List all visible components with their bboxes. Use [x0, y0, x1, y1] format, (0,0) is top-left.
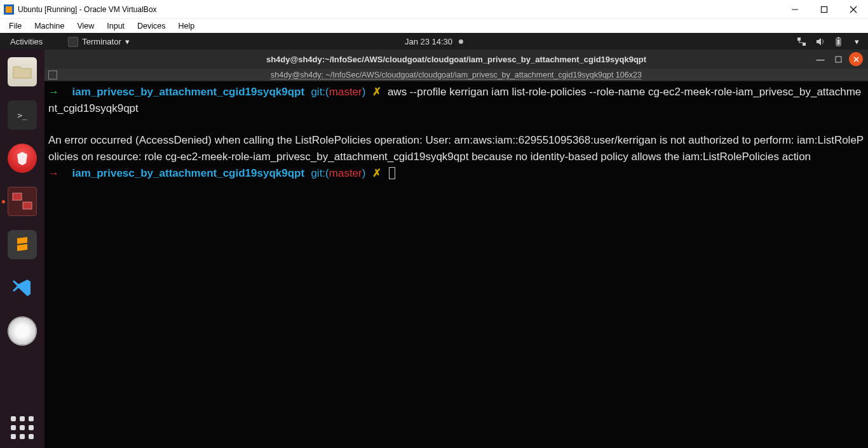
prompt-cwd: iam_privesc_by_attachment_cgid19syqk9qpt: [72, 167, 304, 179]
prompt-git-label: git:: [311, 86, 325, 98]
volume-icon: [815, 37, 825, 46]
battery-icon: [834, 37, 843, 46]
prompt-dirty-icon: ✗: [372, 167, 381, 179]
dock-sublime-text[interactable]: [8, 230, 37, 259]
prompt-branch: master: [329, 167, 362, 179]
clock[interactable]: Jan 23 14:30: [405, 37, 463, 46]
terminator-app-icon: [68, 37, 78, 47]
dock-terminal[interactable]: >_: [8, 100, 37, 130]
chevron-down-icon: ▾: [125, 37, 130, 46]
app-menu[interactable]: Terminator ▾: [68, 37, 129, 47]
dock-vscode[interactable]: [8, 273, 37, 302]
dock-brave-browser[interactable]: [8, 144, 37, 173]
cursor: [389, 167, 395, 179]
chevron-down-icon: ▾: [852, 37, 862, 46]
terminal-titlebar[interactable]: sh4dy@sh4dy:~/InfoSec/AWS/cloudgoat/clou…: [44, 50, 868, 69]
prompt-arrow: →: [48, 167, 59, 179]
svg-rect-13: [836, 57, 841, 62]
app-menu-label: Terminator: [82, 37, 121, 46]
window-close-button[interactable]: [849, 52, 863, 66]
prompt-branch: master: [329, 86, 362, 98]
terminal-body[interactable]: → iam_privesc_by_attachment_cgid19syqk9q…: [44, 81, 868, 448]
terminal-window-title: sh4dy@sh4dy:~/InfoSec/AWS/cloudgoat/clou…: [266, 55, 646, 64]
gnome-top-panel: Activities Terminator ▾ Jan 23 14:30 ▾: [0, 33, 868, 50]
window-maximize-button[interactable]: [831, 52, 845, 66]
svg-rect-11: [13, 193, 22, 200]
prompt-arrow: →: [48, 86, 59, 98]
split-pane-icon[interactable]: [48, 71, 57, 79]
prompt-cwd: iam_privesc_by_attachment_cgid19syqk9qpt: [72, 86, 304, 98]
terminator-window: sh4dy@sh4dy:~/InfoSec/AWS/cloudgoat/clou…: [44, 50, 868, 448]
system-status-area[interactable]: ▾: [797, 37, 862, 46]
workspace: >_ sh4dy@sh4dy:~/InfoSec/AWS/cloudgoat/c…: [0, 50, 868, 448]
network-icon: [797, 37, 806, 46]
host-window-title: Ubuntu [Running] - Oracle VM VirtualBox: [18, 5, 157, 14]
dock-disk[interactable]: [8, 316, 37, 346]
prompt-git-label: git:: [311, 167, 325, 179]
menu-machine[interactable]: Machine: [28, 20, 71, 32]
svg-rect-10: [837, 39, 840, 45]
svg-rect-9: [837, 37, 839, 39]
svg-rect-6: [797, 37, 801, 41]
menu-devices[interactable]: Devices: [131, 20, 172, 32]
clock-label: Jan 23 14:30: [405, 37, 452, 46]
host-window-titlebar: Ubuntu [Running] - Oracle VM VirtualBox: [0, 0, 868, 19]
terminal-tab-label[interactable]: sh4dy@sh4dy: ~/InfoSec/AWS/cloudgoat/clo…: [271, 71, 642, 79]
window-minimize-button[interactable]: —: [813, 52, 827, 66]
host-close-button[interactable]: [839, 0, 868, 19]
virtualbox-menubar: File Machine View Input Devices Help: [0, 19, 868, 33]
host-minimize-button[interactable]: [780, 0, 810, 19]
host-maximize-button[interactable]: [810, 0, 839, 19]
virtualbox-icon: [4, 4, 14, 15]
dock-files[interactable]: [8, 57, 37, 86]
menu-input[interactable]: Input: [100, 20, 131, 32]
menu-help[interactable]: Help: [172, 20, 201, 32]
prompt-dirty-icon: ✗: [372, 86, 381, 98]
notification-dot-icon: [459, 39, 463, 44]
menu-file[interactable]: File: [3, 20, 28, 32]
svg-rect-12: [23, 202, 32, 209]
dock-remote-desktop[interactable]: [8, 187, 37, 216]
activities-button[interactable]: Activities: [6, 37, 46, 46]
terminal-tab-bar: sh4dy@sh4dy: ~/InfoSec/AWS/cloudgoat/clo…: [44, 69, 868, 81]
svg-rect-1: [6, 6, 12, 13]
svg-rect-7: [803, 43, 806, 46]
svg-rect-3: [822, 6, 827, 12]
command-output: An error occurred (AccessDenied) when ca…: [48, 134, 864, 163]
dock-show-applications[interactable]: [11, 416, 34, 439]
menu-view[interactable]: View: [71, 20, 100, 32]
dock: >_: [0, 50, 44, 448]
